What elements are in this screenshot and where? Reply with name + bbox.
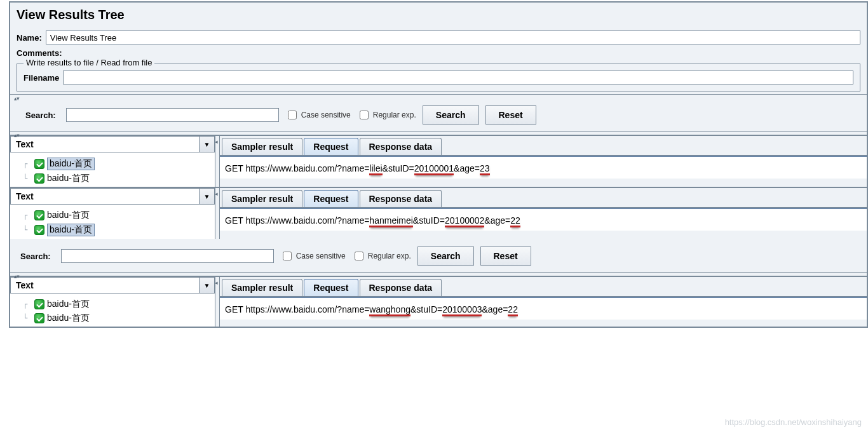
reset-button[interactable]: Reset	[480, 246, 531, 266]
comments-label: Comments:	[17, 48, 62, 58]
renderer-combo[interactable]: Text ▼	[10, 136, 215, 152]
split-divider[interactable]	[215, 277, 220, 327]
filename-label: Filename	[24, 73, 59, 83]
case-sensitive-box[interactable]	[288, 111, 297, 119]
tree-item: └ baidu-首页	[23, 172, 212, 186]
tree-item-label[interactable]: baidu-首页	[47, 158, 95, 170]
param-name: wanghong	[369, 304, 410, 316]
detail-column: Sampler result Request Response data GET…	[220, 188, 867, 239]
chevron-down-icon[interactable]: ▼	[199, 189, 214, 204]
success-icon	[34, 210, 44, 220]
regex-box[interactable]	[360, 111, 369, 119]
name-label: Name:	[17, 33, 42, 43]
tab-sampler-result[interactable]: Sampler result	[222, 190, 302, 207]
panel-title: View Results Tree	[10, 3, 867, 29]
collapse-separator-2[interactable]: ▴ ▾	[10, 131, 867, 135]
tab-request[interactable]: Request	[304, 138, 358, 155]
tab-sampler-result[interactable]: Sampler result	[222, 138, 302, 155]
search-input[interactable]	[66, 108, 279, 122]
param-stuid: 20100003	[442, 304, 482, 316]
regex-box[interactable]	[355, 252, 363, 260]
tree-column: Text ▼ ┌ baidu-首页 └ baidu-首页	[10, 277, 215, 327]
name-row: Name:	[10, 29, 867, 46]
request-content: GET https://www.baidu.com/?name=lilei&st…	[220, 156, 867, 179]
filename-input[interactable]	[63, 71, 853, 84]
tree-column: Text ▼ ┌ baidu-首页 └ baidu-首页	[10, 136, 215, 187]
tab-response-data[interactable]: Response data	[360, 190, 442, 207]
results-tree[interactable]: ┌ baidu-首页 └ baidu-首页	[10, 152, 215, 187]
tree-item: ┌ baidu-首页	[23, 156, 212, 172]
success-icon	[34, 159, 44, 169]
tree-item: ┌ baidu-首页	[23, 208, 212, 222]
result-panel-1: Text ▼ ┌ baidu-首页 └ baidu-首页 Sampler res…	[10, 135, 867, 187]
case-sensitive-box[interactable]	[283, 252, 292, 260]
request-text-prefix: GET https://www.baidu.com/?name=	[225, 215, 369, 226]
search-button[interactable]: Search	[423, 105, 479, 125]
file-fieldset-legend: Write results to file / Read from file	[24, 58, 154, 67]
renderer-combo-label: Text	[11, 139, 199, 149]
search-input[interactable]	[61, 249, 274, 263]
param-age: 22	[510, 215, 520, 227]
param-age-label: &age=	[454, 163, 480, 173]
split-divider[interactable]	[215, 188, 220, 239]
result-panel-2-wrapper: Text ▼ ┌ baidu-首页 └ baidu-首页 Sampler res…	[9, 187, 868, 240]
tab-request[interactable]: Request	[304, 279, 358, 296]
search-button[interactable]: Search	[417, 246, 474, 266]
tree-item-label[interactable]: baidu-首页	[47, 299, 90, 310]
view-results-tree-panel: View Results Tree Name: Comments: Write …	[9, 1, 868, 188]
tree-item: ┌ baidu-首页	[23, 297, 212, 311]
tree-item-label[interactable]: baidu-首页	[47, 173, 90, 184]
renderer-combo[interactable]: Text ▼	[10, 188, 215, 205]
results-tree[interactable]: ┌ baidu-首页 └ baidu-首页	[10, 205, 215, 239]
request-text-prefix: GET https://www.baidu.com/?name=	[225, 163, 369, 173]
renderer-combo[interactable]: Text ▼	[10, 277, 215, 294]
search-label: Search:	[25, 111, 56, 120]
tree-item-label[interactable]: baidu-首页	[47, 224, 95, 236]
param-age-label: &age=	[484, 215, 510, 226]
tree-column: Text ▼ ┌ baidu-首页 └ baidu-首页	[10, 188, 215, 239]
request-text-prefix: GET https://www.baidu.com/?name=	[225, 304, 369, 314]
reset-button[interactable]: Reset	[485, 105, 536, 125]
tab-response-data[interactable]: Response data	[360, 138, 442, 155]
split-divider[interactable]	[215, 136, 220, 187]
regex-label: Regular exp.	[373, 111, 416, 119]
chevron-down-icon[interactable]: ▼	[199, 137, 214, 152]
watermark-text: https://blog.csdn.net/woxinshihaiyang	[725, 417, 862, 427]
param-name: lilei	[369, 163, 382, 175]
result-panel-2: Text ▼ ┌ baidu-首页 └ baidu-首页 Sampler res…	[10, 187, 867, 239]
regex-checkbox[interactable]: Regular exp.	[357, 109, 416, 121]
param-stuid-label: &stuID=	[413, 215, 445, 226]
param-age: 23	[480, 163, 490, 175]
param-age-label: &age=	[482, 304, 508, 314]
success-icon	[34, 299, 44, 309]
param-name: hanmeimei	[369, 215, 412, 227]
collapse-separator[interactable]: ▴ ▾	[10, 94, 867, 98]
param-stuid: 20100002	[445, 215, 484, 227]
case-sensitive-checkbox[interactable]: Case sensitive	[280, 250, 346, 262]
fragment-3: Search: Case sensitive Regular exp. Sear…	[9, 239, 868, 328]
tree-item-label[interactable]: baidu-首页	[47, 210, 90, 221]
tab-response-data[interactable]: Response data	[360, 279, 442, 296]
case-sensitive-label: Case sensitive	[296, 252, 346, 260]
search-bar: Search: Case sensitive Regular exp. Sear…	[10, 98, 867, 131]
param-age: 22	[508, 304, 518, 316]
param-stuid-label: &stuID=	[383, 163, 414, 173]
renderer-combo-label: Text	[11, 280, 199, 290]
chevron-down-icon[interactable]: ▼	[199, 278, 214, 293]
detail-tabs: Sampler result Request Response data	[220, 136, 867, 156]
detail-tabs: Sampler result Request Response data	[220, 277, 867, 297]
collapse-separator-3[interactable]: ▴ ▾	[10, 272, 867, 276]
regex-checkbox[interactable]: Regular exp.	[352, 250, 411, 262]
regex-label: Regular exp.	[368, 252, 411, 260]
name-input[interactable]	[46, 30, 860, 44]
detail-column: Sampler result Request Response data GET…	[220, 136, 867, 187]
tab-sampler-result[interactable]: Sampler result	[222, 279, 302, 296]
result-panel-3: Text ▼ ┌ baidu-首页 └ baidu-首页 Sampler res…	[10, 276, 867, 327]
detail-tabs: Sampler result Request Response data	[220, 188, 867, 208]
tree-item: └ baidu-首页	[23, 222, 212, 238]
results-tree[interactable]: ┌ baidu-首页 └ baidu-首页	[10, 294, 215, 327]
tree-item-label[interactable]: baidu-首页	[47, 313, 90, 324]
tab-request[interactable]: Request	[304, 190, 358, 207]
search-bar-2: Search: Case sensitive Regular exp. Sear…	[10, 239, 867, 272]
case-sensitive-checkbox[interactable]: Case sensitive	[285, 109, 351, 121]
